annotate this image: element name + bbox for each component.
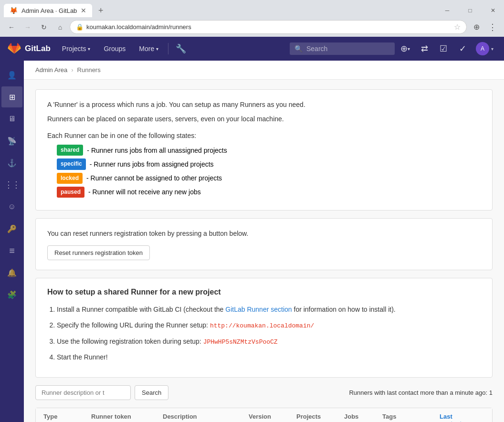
state-shared: shared - Runner runs jobs from all unass… bbox=[57, 145, 481, 156]
info-text-2: Runners can be placed on separate users,… bbox=[47, 114, 481, 124]
gitlab-navbar: GitLab Projects ▾ Groups More ▾ 🔧 🔍 ⊕▾ ⇄… bbox=[0, 37, 504, 61]
forward-button[interactable]: → bbox=[21, 21, 34, 34]
chevron-down-icon: ▾ bbox=[88, 46, 90, 52]
states-list: shared - Runner runs jobs from all unass… bbox=[47, 145, 481, 198]
lock-icon: 🔒 bbox=[76, 23, 84, 31]
registration-token: JPHwHP5sNZMtzVsPooCZ bbox=[203, 338, 278, 346]
tab-favicon: 🦊 bbox=[10, 7, 18, 14]
issues-icon[interactable]: ☑ bbox=[435, 40, 452, 57]
state-shared-desc: - Runner runs jobs from all unassigned p… bbox=[87, 145, 227, 156]
paused-badge: paused bbox=[57, 187, 84, 198]
url-input[interactable] bbox=[86, 23, 451, 31]
setup-box: How to setup a shared Runner for a new p… bbox=[35, 278, 493, 377]
reset-text: You can reset runners registration token… bbox=[47, 228, 481, 239]
states-title: Each Runner can be in one of the followi… bbox=[47, 130, 481, 141]
setup-step-4: Start the Runner! bbox=[57, 352, 481, 362]
breadcrumb-separator: › bbox=[71, 66, 73, 74]
sidebar-item-dashboard[interactable]: ⊞ bbox=[1, 86, 22, 107]
runners-info-box: A 'Runner' is a process which runs a job… bbox=[35, 89, 493, 211]
reset-token-box: You can reset runners registration token… bbox=[35, 218, 493, 270]
search-icon: 🔍 bbox=[294, 45, 303, 53]
col-version: Version bbox=[249, 413, 296, 422]
nav-divider bbox=[168, 43, 168, 54]
gitlab-runner-link[interactable]: GitLab Runner section bbox=[225, 306, 292, 313]
sidebar-item-monitor[interactable]: 🖥 bbox=[1, 108, 22, 129]
user-avatar-btn[interactable]: A ▾ bbox=[473, 40, 496, 57]
bookmark-icon[interactable]: ☆ bbox=[454, 22, 461, 32]
sidebar-item-key[interactable]: 🔑 bbox=[1, 218, 22, 239]
table-header: Type Runner token Description Version Pr… bbox=[36, 408, 492, 422]
sidebar-item-deploy[interactable]: ⚓ bbox=[1, 152, 22, 173]
gitlab-logo-icon bbox=[8, 42, 21, 55]
col-token: Runner token bbox=[91, 413, 163, 422]
new-tab-button[interactable]: + bbox=[94, 4, 107, 17]
runner-search-button[interactable]: Search bbox=[135, 385, 168, 400]
col-projects: Projects bbox=[296, 413, 344, 422]
col-type: Type bbox=[43, 413, 91, 422]
runners-count-info: Runners with last contact more than a mi… bbox=[349, 389, 493, 396]
breadcrumb: Admin Area › Runners bbox=[24, 61, 504, 80]
state-paused: paused - Runner will not receive any new… bbox=[57, 187, 481, 198]
create-icon[interactable]: ⊕▾ bbox=[397, 40, 414, 57]
locked-badge: locked bbox=[57, 173, 83, 184]
chevron-down-icon-more: ▾ bbox=[156, 46, 158, 52]
state-locked: locked - Runner cannot be assigned to ot… bbox=[57, 173, 481, 184]
sidebar-item-broadcast[interactable]: 📡 bbox=[1, 130, 22, 151]
state-specific-desc: - Runner runs jobs from assigned project… bbox=[90, 159, 214, 169]
sidebar-item-admin[interactable]: 👤 bbox=[1, 64, 22, 85]
sidebar-item-puzzle[interactable]: 🧩 bbox=[1, 284, 22, 305]
nav-projects[interactable]: Projects ▾ bbox=[56, 41, 96, 56]
maximize-button[interactable]: □ bbox=[459, 4, 481, 17]
todos-icon[interactable]: ✓ bbox=[454, 40, 471, 57]
state-specific: specific - Runner runs jobs from assigne… bbox=[57, 158, 481, 169]
runner-search-input[interactable] bbox=[35, 385, 131, 400]
global-search[interactable]: 🔍 bbox=[290, 42, 395, 55]
gitlab-logo[interactable]: GitLab bbox=[8, 42, 51, 55]
runners-table: Type Runner token Description Version Pr… bbox=[35, 408, 493, 422]
nav-more[interactable]: More ▾ bbox=[133, 41, 164, 56]
close-button[interactable]: ✕ bbox=[482, 4, 504, 17]
setup-step-3: Use the following registration token dur… bbox=[57, 336, 481, 348]
setup-step-2: Specify the following URL during the Run… bbox=[57, 320, 481, 331]
state-paused-desc: - Runner will not receive any new jobs bbox=[88, 187, 201, 197]
col-jobs: Jobs bbox=[344, 413, 382, 422]
extensions-button[interactable]: ⊕ bbox=[470, 21, 483, 34]
content-area: A 'Runner' is a process which runs a job… bbox=[24, 80, 504, 422]
sidebar: 👤 ⊞ 🖥 📡 ⚓ ⋮⋮ ☺ 🔑 ≡ 🔔 🧩 ⚙ » bbox=[0, 61, 24, 422]
state-locked-desc: - Runner cannot be assigned to other pro… bbox=[86, 173, 222, 183]
reset-token-button[interactable]: Reset runners registration token bbox=[47, 245, 150, 260]
runner-url: http://koumakan.localdomain/ bbox=[210, 322, 314, 329]
back-button[interactable]: ← bbox=[5, 21, 18, 34]
info-text-1: A 'Runner' is a process which runs a job… bbox=[47, 99, 481, 110]
runners-search-bar: Search Runners with last contact more th… bbox=[35, 385, 493, 400]
address-bar[interactable]: 🔒 ☆ bbox=[70, 20, 467, 34]
chevron-down-icon-user: ▾ bbox=[491, 46, 494, 52]
setup-steps: Install a Runner compatible with GitLab … bbox=[47, 304, 481, 362]
nav-groups[interactable]: Groups bbox=[98, 41, 131, 56]
user-avatar: A bbox=[476, 42, 489, 55]
specific-badge: specific bbox=[57, 158, 86, 169]
breadcrumb-current: Runners bbox=[77, 66, 101, 74]
tab-title: Admin Area · GitLab bbox=[21, 7, 77, 14]
col-actions bbox=[462, 413, 500, 422]
sidebar-item-emoji[interactable]: ☺ bbox=[1, 196, 22, 217]
minimize-button[interactable]: ─ bbox=[436, 4, 458, 17]
main-layout: 👤 ⊞ 🖥 📡 ⚓ ⋮⋮ ☺ 🔑 ≡ 🔔 🧩 ⚙ » Admin Area › … bbox=[0, 61, 504, 422]
wrench-icon[interactable]: 🔧 bbox=[172, 40, 189, 57]
col-description: Description bbox=[163, 413, 249, 422]
search-input[interactable] bbox=[306, 45, 378, 53]
merge-requests-icon[interactable]: ⇄ bbox=[416, 40, 433, 57]
setup-title: How to setup a shared Runner for a new p… bbox=[47, 288, 481, 296]
sidebar-item-list[interactable]: ≡ bbox=[1, 240, 22, 261]
home-button[interactable]: ⌂ bbox=[53, 21, 67, 34]
tab-close-icon[interactable]: ✕ bbox=[81, 7, 86, 14]
sidebar-item-bell[interactable]: 🔔 bbox=[1, 262, 22, 283]
browser-tab[interactable]: 🦊 Admin Area · GitLab ✕ bbox=[4, 4, 92, 17]
sidebar-item-apps[interactable]: ⋮⋮ bbox=[1, 174, 22, 195]
reload-button[interactable]: ↻ bbox=[37, 21, 51, 34]
breadcrumb-parent[interactable]: Admin Area bbox=[35, 66, 67, 74]
menu-button[interactable]: ⋮ bbox=[486, 21, 499, 34]
col-last-contact[interactable]: Last contact bbox=[440, 413, 462, 422]
col-tags: Tags bbox=[382, 413, 440, 422]
gitlab-logo-text: GitLab bbox=[25, 44, 51, 53]
